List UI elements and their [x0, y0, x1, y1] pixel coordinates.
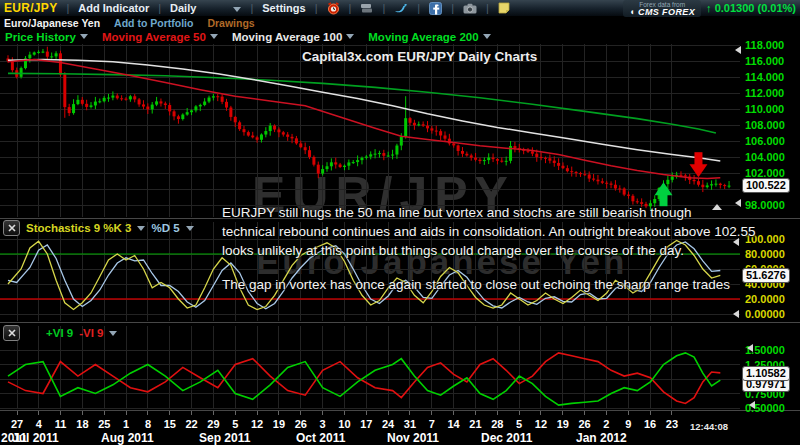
x-axis-day-label: 5 [232, 418, 238, 430]
x-axis-month-label: Jul 2011 [12, 431, 59, 445]
axis-label: 106.000 [745, 135, 785, 147]
legend-bar: Price History Moving Average 50 Moving A… [0, 29, 800, 44]
sub-toolbar: Euro/Japanese Yen Add to Portfolio Drawi… [0, 16, 800, 29]
x-axis-day-label: 25 [98, 418, 110, 430]
vortex-minus-label[interactable]: -VI 9 [79, 327, 103, 339]
add-indicator-button[interactable]: Add Indicator [78, 2, 149, 14]
stochastics-k-label[interactable]: Stochastics 9 %K 3 [26, 222, 131, 234]
settings-button[interactable]: Settings [262, 2, 305, 14]
x-axis-day-label: 8 [145, 418, 151, 430]
legend-ma50[interactable]: Moving Average 50 [102, 31, 218, 43]
separator: | [158, 2, 161, 14]
x-axis-month-label: Oct 2011 [296, 431, 345, 445]
x-axis-day-label: 3 [320, 418, 326, 430]
provider-badge[interactable]: Forex data from ◖ CMS FOREX [623, 0, 701, 17]
legend-ma200[interactable]: Moving Average 200 [368, 31, 490, 43]
chevron-down-icon [233, 7, 241, 12]
interval-dropdown[interactable]: Daily [170, 2, 241, 14]
x-axis-day-label: 26 [578, 418, 590, 430]
price-change: ↑ 0.01300 (0.01%) [706, 2, 796, 14]
camera-icon[interactable] [463, 3, 477, 14]
x-axis-day-label: 16 [644, 418, 656, 430]
x-axis-day-label: 23 [666, 418, 678, 430]
axis-scroll-arrow-icon[interactable] [735, 46, 741, 54]
x-axis-day-label: 28 [491, 418, 503, 430]
chevron-down-icon [210, 34, 218, 39]
vortex-header: +VI 9 -VI 9 [3, 325, 117, 341]
interval-value: Daily [170, 2, 196, 14]
axis-label: 112.000 [745, 87, 784, 99]
separator: | [451, 2, 454, 14]
x-axis-month-label: Dec 2011 [481, 431, 532, 445]
x-axis-day-label: 21 [469, 418, 481, 430]
x-axis-day-label: 12 [251, 418, 263, 430]
separator: | [315, 2, 318, 14]
axis-label: 110.000 [745, 103, 784, 115]
x-axis-day-label: 1 [123, 418, 129, 430]
chevron-down-icon [80, 34, 88, 39]
x-axis-day-label: 19 [557, 418, 569, 430]
legend-ma100[interactable]: Moving Average 100 [232, 31, 354, 43]
x-axis-day-label: 5 [516, 418, 522, 430]
x-axis-month-label: Sep 2011 [199, 431, 250, 445]
x-axis-day-label: 17 [360, 418, 372, 430]
x-axis-day-label: 12 [535, 418, 547, 430]
axis-label: 20.0000 [745, 293, 785, 305]
facebook-icon[interactable] [429, 2, 442, 15]
close-icon[interactable] [3, 220, 20, 236]
twitter-icon[interactable] [394, 2, 408, 14]
x-axis-month-label: Aug 2011 [101, 431, 154, 445]
instrument-name: Euro/Japanese Yen [4, 17, 100, 29]
separator: | [417, 2, 420, 14]
x-axis-day-label: 22 [186, 418, 198, 430]
symbol-button[interactable]: EUR/JPY [4, 1, 57, 15]
x-axis-day-label: 29 [207, 418, 219, 430]
axis-label: 118.000 [745, 39, 784, 51]
x-axis-day-label: 11 [55, 418, 67, 430]
x-axis-day-label: 10 [338, 418, 350, 430]
x-axis-day-label: 18 [76, 418, 88, 430]
axis-scroll-arrow-icon[interactable] [733, 238, 739, 246]
x-axis-day-label: 31 [404, 418, 416, 430]
axis-scroll-arrow-icon[interactable] [747, 344, 753, 352]
x-axis-day-label: 2 [603, 418, 609, 430]
current-price-box: 100.522 [742, 178, 790, 193]
separator: | [382, 2, 385, 14]
x-axis-month-label: Nov 2011 [387, 431, 439, 445]
close-icon[interactable] [3, 325, 20, 341]
alarm-clock-icon[interactable] [327, 2, 340, 15]
stochastics-d-label[interactable]: %D 5 [151, 222, 179, 234]
chevron-down-icon [137, 226, 145, 231]
drawings-link[interactable]: Drawings [207, 17, 254, 29]
note-icon[interactable] [498, 2, 510, 14]
stochastics-value-box: 51.6276 [742, 268, 790, 283]
annotation-text[interactable]: The gap in vortex has once again started… [222, 275, 730, 294]
axis-scroll-arrow-icon[interactable] [712, 204, 722, 210]
up-arrow-icon: ↑ [706, 2, 712, 14]
axis-scroll-arrow-icon[interactable] [749, 401, 755, 409]
x-axis-day-label: 9 [625, 418, 631, 430]
x-axis-day-label: 27 [11, 418, 23, 430]
clock-timestamp: 12:44:08 [690, 421, 728, 432]
chart-title: Capital3x.com EUR/JPY Daily Charts [302, 49, 537, 64]
axis-label: 116.000 [745, 55, 784, 67]
charting-app: EUR/JPY | Add Indicator | Daily | Settin… [0, 0, 800, 445]
x-axis-day-label: 14 [447, 418, 459, 430]
x-axis-day-label: 19 [273, 418, 285, 430]
separator: | [486, 2, 489, 14]
axis-scroll-arrow-icon[interactable] [735, 199, 741, 207]
axis-label: 108.000 [745, 119, 785, 131]
chevron-down-icon [186, 226, 194, 231]
blocks-icon[interactable] [360, 2, 373, 14]
x-axis-day-label: 7 [429, 418, 435, 430]
axis-scroll-arrow-icon[interactable] [733, 310, 739, 318]
separator: | [66, 2, 69, 14]
vortex-plus-label[interactable]: +VI 9 [46, 327, 73, 339]
chevron-down-icon [483, 34, 491, 39]
add-to-portfolio-link[interactable]: Add to Portfolio [114, 17, 193, 29]
legend-price-history[interactable]: Price History [5, 31, 88, 43]
axis-label: 104.000 [745, 151, 785, 163]
vortex-minus-value-box: 1.10582 [742, 366, 790, 381]
time-axis: 12:44:08 2741118251815222951219263101724… [0, 410, 800, 445]
annotation-text[interactable]: EURJPY still hugs the 50 ma line but vor… [222, 203, 756, 260]
